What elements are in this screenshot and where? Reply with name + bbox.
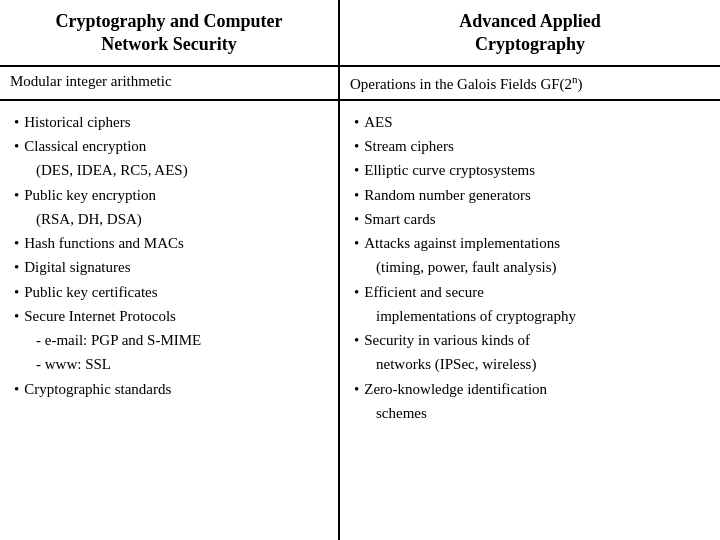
list-item: •Elliptic curve cryptosystems (354, 159, 710, 182)
list-item: - e-mail: PGP and S-MIME (14, 329, 328, 352)
list-item: (timing, power, fault analysis) (354, 256, 710, 279)
list-item: •Hash functions and MACs (14, 232, 328, 255)
bullet-icon: • (354, 184, 359, 207)
header-left: Cryptography and Computer Network Securi… (0, 0, 340, 65)
bullet-icon: • (354, 329, 359, 352)
bullet-icon: • (354, 135, 359, 158)
bullet-icon: • (14, 305, 19, 328)
bullet-icon: • (14, 281, 19, 304)
bullet-icon: • (14, 135, 19, 158)
bullet-icon: • (354, 111, 359, 134)
subheader-right-prefix: Operations in the Galois Fields GF(2 (350, 76, 572, 92)
list-item-text: Elliptic curve cryptosystems (364, 159, 535, 182)
list-item: - www: SSL (14, 353, 328, 376)
list-item: •Attacks against implementations (354, 232, 710, 255)
subheader-left-text: Modular integer arithmetic (10, 73, 172, 89)
page: Cryptography and Computer Network Securi… (0, 0, 720, 540)
content-right: •AES•Stream ciphers•Elliptic curve crypt… (340, 101, 720, 540)
bullet-icon: • (14, 378, 19, 401)
list-item-text: Smart cards (364, 208, 435, 231)
list-item: •Classical encryption (14, 135, 328, 158)
list-item-text: Random number generators (364, 184, 531, 207)
subheader-right-suffix: ) (578, 76, 583, 92)
list-item: •Secure Internet Protocols (14, 305, 328, 328)
subheader-row: Modular integer arithmetic Operations in… (0, 67, 720, 101)
list-item-text: Public key certificates (24, 281, 157, 304)
subheader-left: Modular integer arithmetic (0, 67, 340, 99)
bullet-icon: • (354, 208, 359, 231)
bullet-icon: • (14, 232, 19, 255)
list-item-text: Stream ciphers (364, 135, 454, 158)
list-item: implementations of cryptography (354, 305, 710, 328)
header-right-line1: Advanced Applied (459, 11, 601, 31)
list-item: •Stream ciphers (354, 135, 710, 158)
list-item: (DES, IDEA, RC5, AES) (14, 159, 328, 182)
list-item-text: Cryptographic standards (24, 378, 171, 401)
list-item: •Security in various kinds of (354, 329, 710, 352)
list-item-text: Attacks against implementations (364, 232, 560, 255)
list-item-text: Efficient and secure (364, 281, 484, 304)
list-item: •Public key certificates (14, 281, 328, 304)
list-item: •Cryptographic standards (14, 378, 328, 401)
bullet-icon: • (14, 184, 19, 207)
list-item-text: AES (364, 111, 392, 134)
list-item-text: Classical encryption (24, 135, 146, 158)
content-row: •Historical ciphers•Classical encryption… (0, 101, 720, 540)
header-right-line2: Cryptography (475, 34, 585, 54)
list-item-text: Digital signatures (24, 256, 130, 279)
header-left-line2: Network Security (101, 34, 236, 54)
subheader-right: Operations in the Galois Fields GF(2n) (340, 67, 720, 99)
bullet-icon: • (354, 159, 359, 182)
list-item: •AES (354, 111, 710, 134)
header-left-line1: Cryptography and Computer (55, 11, 282, 31)
list-item: •Public key encryption (14, 184, 328, 207)
bullet-icon: • (354, 281, 359, 304)
list-item: •Digital signatures (14, 256, 328, 279)
list-item: •Efficient and secure (354, 281, 710, 304)
list-item: networks (IPSec, wireless) (354, 353, 710, 376)
bullet-icon: • (354, 232, 359, 255)
list-item-text: Security in various kinds of (364, 329, 530, 352)
bullet-icon: • (354, 378, 359, 401)
header-right: Advanced Applied Cryptography (340, 0, 720, 65)
list-item-text: Hash functions and MACs (24, 232, 184, 255)
list-item: •Zero-knowledge identification (354, 378, 710, 401)
header-row: Cryptography and Computer Network Securi… (0, 0, 720, 67)
bullet-icon: • (14, 111, 19, 134)
list-item: •Smart cards (354, 208, 710, 231)
bullet-icon: • (14, 256, 19, 279)
list-item: •Historical ciphers (14, 111, 328, 134)
content-left: •Historical ciphers•Classical encryption… (0, 101, 340, 540)
list-item: (RSA, DH, DSA) (14, 208, 328, 231)
list-item-text: Public key encryption (24, 184, 156, 207)
list-item: •Random number generators (354, 184, 710, 207)
list-item: schemes (354, 402, 710, 425)
list-item-text: Secure Internet Protocols (24, 305, 176, 328)
list-item-text: Zero-knowledge identification (364, 378, 547, 401)
list-item-text: Historical ciphers (24, 111, 130, 134)
